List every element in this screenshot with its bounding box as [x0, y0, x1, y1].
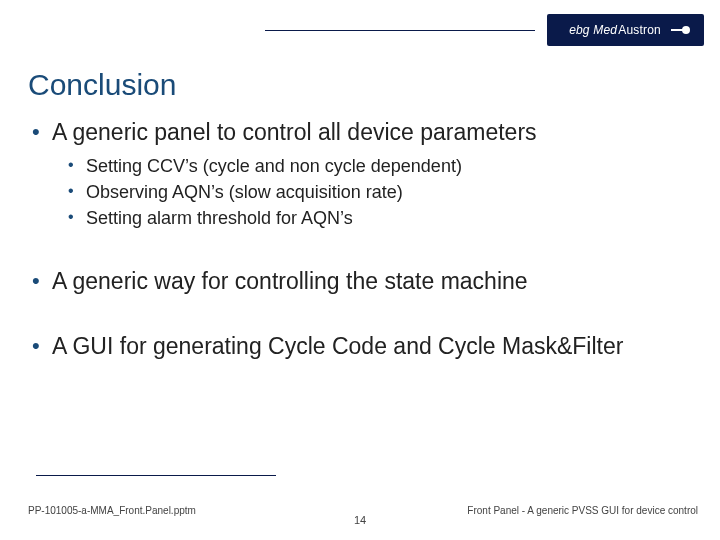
- bullet-item: A generic panel to control all device pa…: [28, 118, 692, 231]
- bullet-item: A GUI for generating Cycle Code and Cycl…: [28, 332, 692, 361]
- logo-mark-icon: [671, 26, 690, 34]
- header-divider: [265, 30, 535, 31]
- bullet-text: A generic way for controlling the state …: [52, 268, 528, 294]
- sub-bullet-text: Observing AQN’s (slow acquisition rate): [86, 182, 403, 202]
- sub-bullet-item: Observing AQN’s (slow acquisition rate): [66, 179, 692, 205]
- slide-title: Conclusion: [28, 68, 176, 102]
- sub-bullet-item: Setting alarm threshold for AQN’s: [66, 205, 692, 231]
- sub-bullet-text: Setting alarm threshold for AQN’s: [86, 208, 353, 228]
- bullet-list: A generic panel to control all device pa…: [28, 118, 692, 361]
- header: ebg MedAustron: [0, 0, 720, 60]
- logo-text: ebg MedAustron: [569, 23, 661, 37]
- sub-bullet-list: Setting CCV’s (cycle and non cycle depen…: [66, 153, 692, 231]
- slide-body: A generic panel to control all device pa…: [28, 118, 692, 385]
- footer-divider: [36, 475, 276, 476]
- bullet-item: A generic way for controlling the state …: [28, 267, 692, 296]
- logo: ebg MedAustron: [547, 14, 704, 46]
- sub-bullet-text: Setting CCV’s (cycle and non cycle depen…: [86, 156, 462, 176]
- footer-caption: Front Panel - A generic PVSS GUI for dev…: [467, 505, 698, 516]
- logo-ebg: ebg: [569, 23, 593, 37]
- sub-bullet-item: Setting CCV’s (cycle and non cycle depen…: [66, 153, 692, 179]
- logo-austron: Austron: [618, 23, 661, 37]
- logo-med: Med: [593, 23, 617, 37]
- bullet-text: A GUI for generating Cycle Code and Cycl…: [52, 333, 623, 359]
- bullet-text: A generic panel to control all device pa…: [52, 119, 537, 145]
- slide: ebg MedAustron Conclusion A generic pane…: [0, 0, 720, 540]
